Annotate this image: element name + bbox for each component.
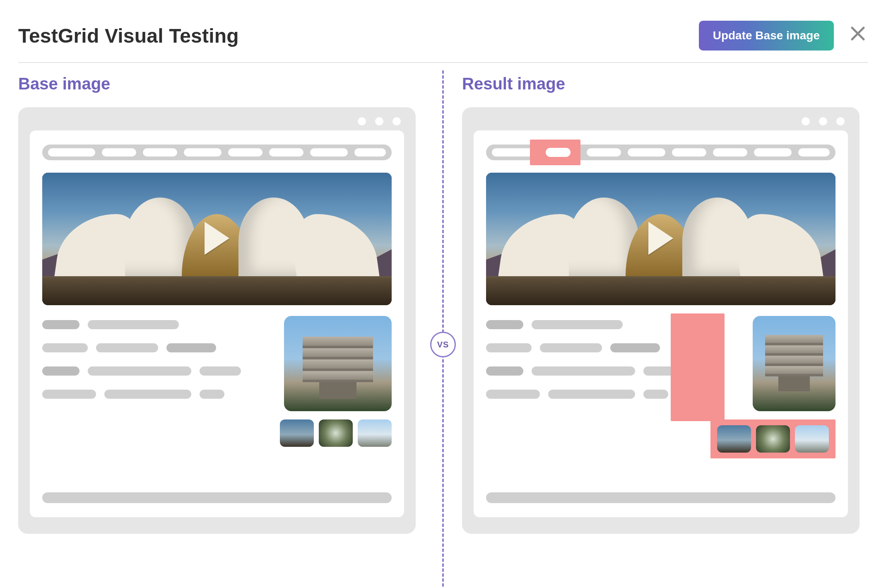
mock-hero-image <box>486 173 835 305</box>
mock-thumbnail-small <box>756 425 790 453</box>
diff-highlight-thumbrow <box>710 419 835 458</box>
base-image-column: Base image <box>18 67 443 534</box>
base-image-label: Base image <box>18 75 424 93</box>
vs-badge: VS <box>430 332 456 357</box>
diff-highlight-nav <box>530 140 580 165</box>
window-controls-icon <box>802 117 845 125</box>
diff-highlight-side <box>671 313 725 421</box>
result-image-column: Result image <box>443 67 868 534</box>
page-title: TestGrid Visual Testing <box>18 24 239 47</box>
update-base-image-button[interactable]: Update Base image <box>699 21 834 51</box>
mock-footer-bar <box>42 492 392 503</box>
mock-text-block <box>486 316 695 458</box>
play-icon <box>648 222 673 255</box>
mock-navbar <box>42 145 392 160</box>
column-divider <box>442 70 444 588</box>
window-controls-icon <box>358 117 401 125</box>
base-browser-mock <box>18 107 416 534</box>
mock-thumbnail-large <box>284 316 392 411</box>
mock-thumbnail-large <box>753 316 835 411</box>
mock-hero-image <box>42 173 392 305</box>
close-icon[interactable] <box>848 25 868 46</box>
mock-thumbnail-small <box>795 425 829 453</box>
mock-footer-bar <box>486 492 835 503</box>
result-browser-mock <box>462 107 860 534</box>
mock-thumbnail-small <box>717 425 751 453</box>
play-icon <box>205 222 229 255</box>
result-image-label: Result image <box>462 75 868 93</box>
mock-thumbnail-row <box>280 419 392 447</box>
mock-text-block <box>42 316 251 447</box>
